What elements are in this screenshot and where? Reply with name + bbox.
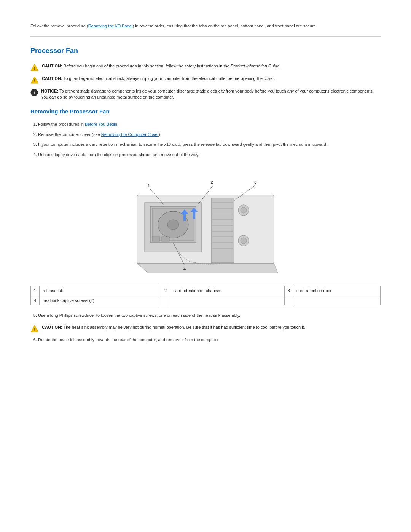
processor-fan-diagram: 1 2 3 4	[114, 165, 297, 279]
table-row-2: 4 heat sink captive screws (2)	[31, 296, 381, 305]
svg-text:!: !	[34, 78, 35, 83]
step-3: If your computer includes a card retenti…	[38, 141, 381, 148]
steps-list-after: Use a long Phillips screwdriver to loose…	[38, 312, 381, 319]
part-num-empty-2	[284, 296, 293, 305]
part-label-empty-2	[293, 296, 380, 305]
step-6: Rotate the heat-sink assembly towards th…	[38, 337, 381, 343]
processor-fan-title: Processor Fan	[30, 46, 381, 56]
part-label-1: release tab	[40, 286, 161, 296]
svg-text:2: 2	[211, 180, 213, 184]
svg-text:1: 1	[148, 184, 150, 188]
parts-table: 1 release tab 2 card retention mechanism…	[30, 286, 381, 305]
part-num-empty-1	[161, 296, 170, 305]
svg-point-27	[241, 238, 247, 244]
io-panel-link[interactable]: Removing the I/O Panel	[88, 24, 133, 28]
caution-icon-1: !	[30, 63, 39, 72]
step-4: Unhook floppy drive cable from the clips…	[38, 152, 381, 158]
caution-block-1: ! CAUTION: Before you begin any of the p…	[30, 63, 381, 72]
svg-rect-37	[152, 237, 160, 241]
steps-list: Follow the procedures in Before You Begi…	[38, 121, 381, 158]
before-you-begin-link[interactable]: Before You Begin	[85, 122, 117, 126]
svg-marker-28	[137, 264, 278, 273]
svg-rect-38	[162, 237, 169, 241]
notice-text: NOTICE: To prevent static damage to comp…	[41, 88, 381, 101]
svg-text:i: i	[33, 90, 35, 96]
part-num-2: 2	[161, 286, 170, 296]
part-label-2: card retention mechanism	[170, 286, 285, 296]
part-label-empty-1	[170, 296, 285, 305]
svg-text:!: !	[34, 66, 35, 70]
caution-3-text: CAUTION: The heat-sink assembly may be v…	[42, 324, 305, 331]
caution-1-text: CAUTION: Before you begin any of the pro…	[42, 63, 280, 69]
notice-icon: i	[30, 89, 38, 96]
svg-point-25	[241, 207, 247, 213]
part-num-4: 4	[31, 296, 40, 305]
svg-text:3: 3	[254, 180, 256, 184]
part-num-3: 3	[284, 286, 293, 296]
step-5: Use a long Phillips screwdriver to loose…	[38, 312, 381, 319]
notice-block: i NOTICE: To prevent static damage to co…	[30, 88, 381, 101]
steps-list-final: Rotate the heat-sink assembly towards th…	[38, 337, 381, 343]
caution-block-3: ! CAUTION: The heat-sink assembly may be…	[30, 324, 381, 333]
part-num-1: 1	[31, 286, 40, 296]
caution-block-2: ! CAUTION: To guard against electrical s…	[30, 75, 381, 84]
svg-rect-14	[211, 198, 234, 263]
part-label-3: card retention door	[293, 286, 380, 296]
removing-computer-cover-link[interactable]: Removing the Computer Cover	[101, 132, 159, 137]
divider	[30, 36, 381, 37]
intro-paragraph: Follow the removal procedure (Removing t…	[30, 23, 381, 29]
step-1: Follow the procedures in Before You Begi…	[38, 121, 381, 128]
intro-text-after: ) in reverse order, ensuring that the ta…	[132, 24, 317, 28]
caution-icon-2: !	[30, 76, 39, 84]
removing-processor-fan-title: Removing the Processor Fan	[30, 107, 381, 116]
svg-text:4: 4	[183, 267, 186, 271]
caution-icon-3: !	[30, 324, 39, 333]
step-2: Remove the computer cover (see Removing …	[38, 131, 381, 138]
diagram-container: 1 2 3 4	[30, 165, 381, 279]
caution-2-text: CAUTION: To guard against electrical sho…	[42, 75, 275, 82]
svg-text:!: !	[34, 327, 35, 332]
table-row-1: 1 release tab 2 card retention mechanism…	[31, 286, 381, 296]
part-label-4: heat sink captive screws (2)	[40, 296, 161, 305]
intro-text-before: Follow the removal procedure (	[30, 24, 88, 28]
svg-point-11	[167, 220, 179, 230]
